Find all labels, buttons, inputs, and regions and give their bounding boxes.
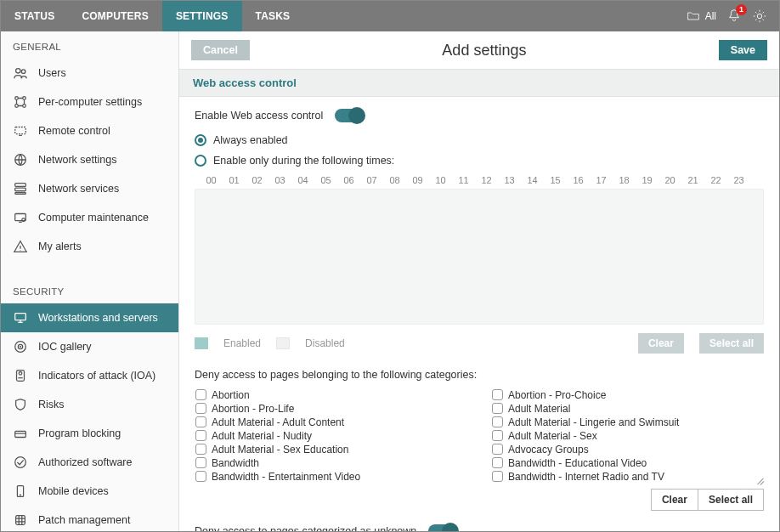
sidebar-item-maintenance[interactable]: Computer maintenance (1, 203, 178, 232)
category-item[interactable]: Bandwidth (195, 456, 466, 469)
legend-disabled-label: Disabled (305, 337, 345, 349)
hour-label: 04 (291, 175, 314, 185)
patch-icon (13, 512, 28, 528)
hour-label: 02 (246, 175, 268, 185)
servers-icon (13, 181, 28, 196)
sidebar-item-blocking[interactable]: Program blocking (1, 419, 178, 448)
sidebar-item-ioc[interactable]: IOC gallery (1, 332, 178, 361)
hour-label: 16 (567, 175, 590, 185)
radio-always[interactable]: Always enabled (195, 134, 764, 146)
gear-icon[interactable] (752, 8, 767, 24)
checkbox-icon (195, 389, 206, 400)
categories-clear-button[interactable]: Clear (651, 489, 698, 511)
category-item[interactable]: Abortion - Pro-Choice (492, 388, 763, 401)
ioa-icon (13, 368, 28, 383)
tab-status[interactable]: STATUS (1, 1, 68, 31)
folder-icon (686, 8, 701, 24)
category-item[interactable]: Adult Material - Lingerie and Swimsuit (492, 416, 763, 428)
resize-grip-icon[interactable] (755, 474, 765, 484)
category-item[interactable]: Bandwidth - Educational Video (492, 456, 763, 469)
cancel-button[interactable]: Cancel (191, 40, 250, 60)
category-item[interactable]: Advocacy Groups (492, 443, 763, 456)
svg-point-2 (21, 70, 25, 74)
svg-rect-10 (15, 188, 26, 191)
hour-label: 19 (636, 175, 658, 185)
hour-label: 12 (475, 175, 498, 185)
topbar: STATUS COMPUTERS SETTINGS TASKS All 1 (1, 1, 779, 31)
checkbox-icon (195, 430, 206, 441)
hour-label: 14 (521, 175, 544, 185)
sidebar-item-label: My alerts (38, 241, 82, 252)
tab-computers[interactable]: COMPUTERS (68, 1, 161, 31)
category-label: Abortion - Pro-Choice (508, 389, 606, 401)
sidebar-item-patch[interactable]: Patch management (1, 506, 178, 531)
deny-unknown-toggle[interactable] (428, 524, 457, 531)
svg-rect-14 (15, 314, 26, 320)
category-item[interactable]: Adult Material - Adult Content (195, 416, 466, 428)
svg-rect-9 (15, 184, 26, 187)
hour-label: 18 (613, 175, 636, 185)
sidebar-item-remote[interactable]: Remote control (1, 116, 178, 145)
hours-grid[interactable] (195, 189, 764, 325)
page-title: Add settings (250, 42, 719, 59)
schedule-selectall-button[interactable]: Select all (699, 333, 764, 354)
deny-label: Deny access to pages belonging to the fo… (195, 369, 764, 381)
sidebar-item-network-services[interactable]: Network services (1, 174, 178, 203)
radio-always-label: Always enabled (213, 134, 288, 146)
notifications[interactable]: 1 (726, 8, 742, 25)
category-item[interactable]: Abortion (195, 388, 466, 401)
sidebar-item-mobile[interactable]: Mobile devices (1, 477, 178, 506)
radio-schedule[interactable]: Enable only during the following times: (195, 155, 764, 167)
sidebar-item-ioa[interactable]: Indicators of attack (IOA) (1, 361, 178, 390)
hour-label: 21 (681, 175, 704, 185)
category-item[interactable]: Bandwidth - Internet Radio and TV (492, 470, 763, 483)
hour-label: 22 (704, 175, 727, 185)
maintenance-icon (13, 210, 28, 225)
workstation-icon (13, 310, 28, 325)
block-icon (13, 426, 28, 441)
sidebar: GENERAL Users Per-computer settings Remo… (1, 31, 179, 531)
hour-label: 20 (658, 175, 681, 185)
filter-all[interactable]: All (686, 8, 716, 24)
sidebar-item-network-settings[interactable]: Network settings (1, 145, 178, 174)
sidebar-item-per-computer[interactable]: Per-computer settings (1, 88, 178, 116)
sidebar-item-alerts[interactable]: My alerts (1, 232, 178, 261)
category-item[interactable]: Adult Material - Sex (492, 429, 763, 442)
deny-unknown-label: Deny access to pages categorized as unkn… (195, 525, 416, 531)
sidebar-item-authorized[interactable]: Authorized software (1, 448, 178, 477)
svg-point-4 (23, 97, 26, 100)
category-item[interactable]: Adult Material - Sex Education (195, 443, 466, 456)
enable-toggle[interactable] (335, 109, 364, 122)
sidebar-item-risks[interactable]: Risks (1, 390, 178, 419)
hour-label: 11 (452, 175, 475, 185)
category-label: Bandwidth - Internet Radio and TV (508, 471, 664, 483)
sidebar-item-label: Indicators of attack (IOA) (38, 370, 155, 382)
svg-rect-24 (16, 516, 25, 525)
legend-enabled-swatch (195, 337, 208, 349)
category-label: Adult Material - Lingerie and Swimsuit (508, 416, 679, 428)
globe-icon (13, 152, 28, 167)
checkbox-icon (195, 416, 206, 427)
category-label: Adult Material (508, 403, 570, 415)
section-web-access: Web access control (179, 69, 779, 97)
category-item[interactable]: Adult Material (492, 402, 763, 415)
sidebar-item-users[interactable]: Users (1, 59, 178, 88)
enable-label: Enable Web access control (195, 110, 323, 122)
tab-tasks[interactable]: TASKS (242, 1, 304, 31)
category-item[interactable]: Abortion - Pro-Life (195, 402, 466, 415)
checkbox-icon (492, 444, 503, 455)
schedule-clear-button[interactable]: Clear (638, 333, 684, 354)
tab-settings[interactable]: SETTINGS (162, 1, 242, 31)
save-button[interactable]: Save (719, 40, 767, 60)
users-icon (13, 65, 28, 81)
checkbox-icon (492, 389, 503, 400)
categories-selectall-button[interactable]: Select all (698, 489, 764, 511)
category-label: Bandwidth - Entertainment Video (212, 471, 360, 483)
category-item[interactable]: Bandwidth - Entertainment Video (195, 470, 466, 483)
category-item[interactable]: Adult Material - Nudity (195, 429, 466, 442)
sidebar-item-workstations[interactable]: Workstations and servers (1, 303, 178, 332)
hour-label: 23 (727, 175, 750, 185)
hour-label: 09 (406, 175, 429, 185)
svg-point-19 (19, 372, 22, 376)
filter-label: All (705, 10, 716, 22)
